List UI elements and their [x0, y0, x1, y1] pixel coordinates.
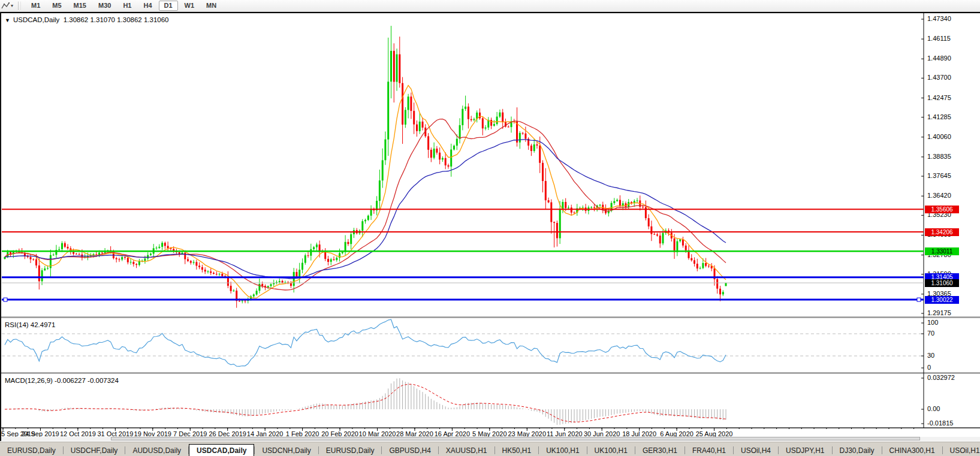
- price-tick-label: 1.41285: [927, 113, 951, 120]
- moving-average-8: [5, 86, 726, 298]
- collapse-icon[interactable]: ▼: [5, 17, 10, 23]
- timeframe-button-W1[interactable]: W1: [179, 1, 200, 11]
- chart-tabs-bar: EURUSD,DailyUSDCHF,DailyAUDUSD,DailyUSDC…: [0, 442, 980, 456]
- rsi-tick-label: 30: [927, 352, 934, 359]
- tab-EURUSD-Daily[interactable]: EURUSD,Daily: [319, 445, 382, 456]
- macd-histogram: [5, 378, 726, 425]
- price-tick-label: 1.29175: [927, 309, 951, 316]
- tab-GER30-H1[interactable]: GER30,H1: [635, 445, 685, 456]
- timeframe-buttons: M1M5M15M30H1H4D1W1MN: [25, 1, 222, 11]
- mt4-chart-screen: { "toolbar": { "draw_tool_icon": "polyli…: [0, 0, 980, 456]
- hline-price-tag: 1.30022: [925, 296, 959, 304]
- current-price-tag: 1.31060: [925, 279, 959, 287]
- hline-price-tag: 1.35606: [925, 206, 959, 213]
- timeframe-button-M5[interactable]: M5: [47, 1, 67, 11]
- timeframe-button-H4[interactable]: H4: [138, 1, 157, 11]
- tab-GBPUSD-H4[interactable]: GBPUSD,H4: [382, 445, 438, 456]
- chart-ohlc-values: 1.30862 1.31070 1.30862 1.31060: [64, 16, 169, 23]
- toolbar-grip: [18, 2, 21, 10]
- candles: [4, 26, 727, 308]
- h-scrollbar[interactable]: [1, 437, 980, 441]
- tab-USOil-H1[interactable]: USOil,H1: [943, 445, 980, 456]
- chart-ohlc-readout: ▼USDCAD,Daily 1.30862 1.31070 1.30862 1.…: [5, 16, 169, 23]
- price-tick-label: 1.36420: [927, 192, 951, 199]
- tab-USDCHF-Daily[interactable]: USDCHF,Daily: [64, 445, 125, 456]
- macd-tick-label: -0.01815: [927, 419, 953, 427]
- top-toolbar: ▾ M1M5M15M30H1H4D1W1MN: [0, 0, 980, 12]
- timeframe-button-H1[interactable]: H1: [117, 1, 137, 11]
- rsi-tick-label: 0: [927, 364, 931, 371]
- macd-label: MACD(12,26,9) -0.006227 -0.007324: [5, 377, 119, 384]
- hline-handle[interactable]: [917, 298, 921, 301]
- chart-symbol-period: USDCAD,Daily: [13, 16, 59, 23]
- tab-UK100-H1[interactable]: UK100,H1: [587, 445, 635, 456]
- tab-AUDUSD-Daily[interactable]: AUDUSD,Daily: [125, 445, 188, 456]
- chart-canvas[interactable]: [0, 0, 980, 456]
- macd-tick-label: 0.00: [927, 405, 940, 412]
- price-tick-label: 1.42475: [927, 94, 951, 101]
- tab-CHINA300-H1[interactable]: CHINA300,H1: [882, 445, 942, 456]
- timeframe-button-M30[interactable]: M30: [93, 1, 116, 11]
- tab-XAUUSD-H1[interactable]: XAUUSD,H1: [439, 445, 494, 456]
- rsi-tick-label: 100: [927, 319, 938, 326]
- tab-USDCAD-Daily[interactable]: USDCAD,Daily: [189, 444, 254, 456]
- tab-FRA40-H1[interactable]: FRA40,H1: [685, 445, 733, 456]
- hline-handle[interactable]: [4, 298, 7, 301]
- draw-tools-dropdown-icon[interactable]: ▾: [11, 3, 13, 8]
- tab-UK100-H1[interactable]: UK100,H1: [539, 445, 586, 456]
- window-left-border: [0, 12, 1, 441]
- rsi-tick-label: 70: [927, 330, 934, 337]
- moving-average-21: [5, 119, 726, 290]
- timeframe-button-M1[interactable]: M1: [26, 1, 46, 11]
- tab-USDJPY-H1[interactable]: USDJPY,H1: [779, 445, 831, 456]
- price-tick-label: 1.40060: [927, 133, 951, 140]
- hline-price-tag: 1.34206: [925, 228, 959, 236]
- price-tick-label: 1.47340: [927, 15, 951, 22]
- h-scrollbar-thumb[interactable]: [111, 437, 920, 440]
- rsi-line: [5, 319, 726, 366]
- price-tick-label: 1.43700: [927, 74, 951, 81]
- tab-USOil-H4[interactable]: USOil,H4: [734, 445, 778, 456]
- timeframe-button-MN[interactable]: MN: [201, 1, 222, 11]
- tab-HK50-H1[interactable]: HK50,H1: [495, 445, 539, 456]
- price-tick-label: 1.46115: [927, 35, 951, 42]
- rsi-label: RSI(14) 42.4971: [5, 321, 55, 328]
- price-tick-label: 1.37645: [927, 172, 951, 179]
- hline-price-tag: 1.33011: [925, 247, 959, 255]
- tab-EURUSD-Daily[interactable]: EURUSD,Daily: [0, 445, 63, 456]
- tab-USDCNH-Daily[interactable]: USDCNH,Daily: [255, 445, 318, 456]
- macd-tick-label: 0.032972: [927, 374, 955, 381]
- polyline-draw-icon[interactable]: [0, 1, 11, 11]
- macd-signal-line: [5, 384, 726, 422]
- timeframe-button-M15[interactable]: M15: [68, 1, 92, 11]
- timeframe-button-D1[interactable]: D1: [159, 1, 178, 11]
- tab-DJ30-Daily[interactable]: DJ30,Daily: [833, 445, 882, 456]
- price-tick-label: 1.44890: [927, 55, 951, 62]
- price-tick-label: 1.38835: [927, 153, 951, 160]
